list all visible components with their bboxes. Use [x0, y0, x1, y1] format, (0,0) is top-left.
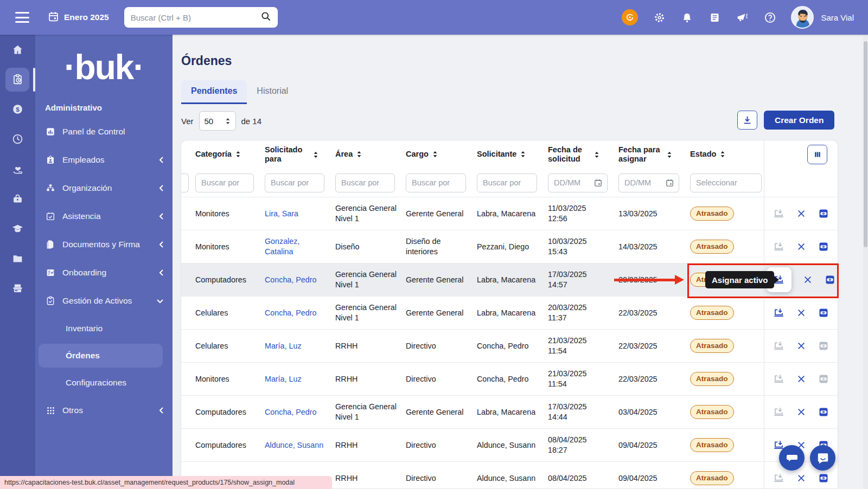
- view-order-button[interactable]: [818, 373, 829, 385]
- sidebar-item-documentos-y-firma[interactable]: Documentos y Firma: [35, 230, 173, 259]
- search-input[interactable]: [131, 13, 260, 22]
- col-estado[interactable]: Estado: [690, 150, 764, 159]
- filter-cargo-input[interactable]: [406, 173, 466, 192]
- cell-solicitado-para-link[interactable]: María, Luz: [265, 374, 335, 384]
- col-fecha-solicitud[interactable]: Fecha de solicitud: [548, 145, 618, 164]
- settings-gear-icon[interactable]: [653, 11, 666, 24]
- table-row[interactable]: Monitores María, Luz RRHH Directivo Conc…: [181, 362, 838, 395]
- col-cargo[interactable]: Cargo: [406, 150, 477, 159]
- rail-home-icon[interactable]: [0, 35, 35, 65]
- sort-icon[interactable]: [594, 151, 599, 158]
- rail-documents-icon[interactable]: [0, 243, 35, 273]
- rail-training-icon[interactable]: [0, 214, 35, 243]
- news-document-icon[interactable]: [708, 11, 721, 24]
- rail-remuneration-icon[interactable]: $: [0, 94, 35, 124]
- sort-icon[interactable]: [720, 151, 725, 158]
- filter-fecha-solicitud-date[interactable]: DD/MM: [548, 173, 608, 192]
- support-chat-fab[interactable]: [810, 445, 835, 471]
- table-row[interactable]: Computadores Concha, Pedro Gerencia Gene…: [181, 395, 838, 428]
- filter-solicitado-input[interactable]: [265, 173, 324, 192]
- user-avatar[interactable]: [791, 6, 814, 29]
- cancel-order-button[interactable]: [795, 307, 807, 319]
- global-search[interactable]: [124, 7, 278, 28]
- search-icon[interactable]: [260, 11, 271, 24]
- filter-estado-select[interactable]: Seleccionar: [690, 173, 762, 192]
- sort-icon[interactable]: [520, 151, 526, 158]
- table-row[interactable]: Celulares María, Luz RRHH Directivo Conc…: [181, 329, 838, 362]
- filter-categoria-input[interactable]: [195, 173, 254, 192]
- view-order-button[interactable]: [818, 307, 829, 319]
- scrollbar-thumb[interactable]: [864, 41, 867, 247]
- sort-icon[interactable]: [235, 151, 241, 158]
- col-solicitado-para[interactable]: Solicitado para: [265, 145, 335, 164]
- cancel-order-button[interactable]: [795, 241, 807, 253]
- assign-asset-button[interactable]: [773, 241, 785, 253]
- cell-solicitado-para-link[interactable]: Aldunce, Susann: [265, 440, 335, 451]
- chat-bubble-fab[interactable]: [779, 445, 805, 471]
- sort-icon[interactable]: [313, 151, 318, 158]
- clipped-filter-input[interactable]: [181, 173, 189, 192]
- table-row[interactable]: Computadores Aldunce, Susann RRHH Direct…: [181, 428, 838, 461]
- col-fecha-asignar[interactable]: Fecha para asignar: [618, 145, 690, 164]
- filter-solicitante-input[interactable]: [477, 173, 537, 192]
- view-order-button[interactable]: [824, 274, 836, 286]
- sidebar-item-asistencia[interactable]: Asistencia: [35, 202, 173, 230]
- announcements-megaphone-icon[interactable]: [736, 11, 749, 24]
- cancel-order-button[interactable]: [795, 472, 807, 484]
- assign-asset-button[interactable]: [773, 340, 785, 352]
- cancel-order-button[interactable]: [795, 208, 807, 220]
- assistant-badge-icon[interactable]: [622, 9, 638, 25]
- assign-asset-button[interactable]: [773, 472, 785, 484]
- col-solicitante[interactable]: Solicitante: [477, 150, 548, 159]
- view-order-button[interactable]: [818, 472, 829, 484]
- column-settings-button[interactable]: [807, 145, 827, 164]
- sort-icon[interactable]: [667, 151, 672, 158]
- view-order-button[interactable]: [818, 208, 829, 220]
- col-categoria[interactable]: Categoría: [195, 150, 265, 159]
- cell-solicitado-para-link[interactable]: Lira, Sara: [265, 209, 335, 219]
- tab-historial[interactable]: Historial: [247, 80, 298, 104]
- sort-icon[interactable]: [356, 151, 362, 158]
- view-order-button[interactable]: [818, 340, 829, 352]
- sidebar-item-organizacion[interactable]: Organización: [35, 174, 173, 202]
- cancel-order-button[interactable]: [795, 406, 807, 418]
- filter-area-input[interactable]: [335, 173, 395, 192]
- rail-benefits-icon[interactable]: [0, 154, 35, 184]
- page-scrollbar[interactable]: [863, 35, 868, 489]
- cell-solicitado-para-link[interactable]: María, Luz: [265, 341, 335, 351]
- rail-asset-management-icon[interactable]: [0, 65, 35, 94]
- per-page-select[interactable]: 50: [199, 111, 236, 131]
- assign-asset-button[interactable]: [773, 208, 785, 220]
- sort-icon[interactable]: [432, 151, 438, 158]
- cancel-order-button[interactable]: [802, 274, 814, 286]
- assign-asset-button[interactable]: [773, 307, 785, 319]
- sidebar-subitem-configuraciones[interactable]: Configuraciones: [35, 369, 173, 396]
- create-order-button[interactable]: Crear Orden: [764, 111, 834, 130]
- rail-time-icon[interactable]: [0, 124, 35, 154]
- download-button[interactable]: [737, 111, 757, 130]
- menu-toggle-icon[interactable]: [15, 12, 29, 23]
- help-icon[interactable]: [763, 11, 776, 24]
- table-row[interactable]: Monitores Gonzalez, Catalina Diseño Dise…: [181, 230, 838, 263]
- sidebar-subitem-ordenes[interactable]: Órdenes: [35, 342, 173, 369]
- assign-asset-button[interactable]: [773, 373, 785, 385]
- assign-asset-button[interactable]: [773, 406, 785, 418]
- cancel-order-button[interactable]: [795, 340, 807, 352]
- col-area[interactable]: Área: [335, 150, 406, 159]
- table-row[interactable]: Monitores Lira, Sara Gerencia General Ni…: [181, 197, 838, 230]
- sidebar-item-onboarding[interactable]: Onboarding: [35, 259, 173, 287]
- filter-fecha-asignar-date[interactable]: DD/MM: [618, 173, 679, 192]
- cell-solicitado-para-link[interactable]: Gonzalez, Catalina: [265, 236, 335, 257]
- sidebar-item-gestion-de-activos[interactable]: Gestión de Activos: [35, 287, 173, 315]
- cancel-order-button[interactable]: [795, 373, 807, 385]
- table-row[interactable]: Celulares Concha, Pedro Gerencia General…: [181, 296, 838, 329]
- period-selector[interactable]: Enero 2025: [48, 11, 109, 24]
- rail-culture-icon[interactable]: [0, 184, 35, 214]
- notifications-bell-icon[interactable]: [680, 11, 693, 24]
- cell-solicitado-para-link[interactable]: Concha, Pedro: [265, 308, 335, 318]
- cell-solicitado-para-link[interactable]: Concha, Pedro: [265, 407, 335, 417]
- tab-pendientes[interactable]: Pendientes: [181, 80, 247, 104]
- rail-reports-icon[interactable]: [0, 273, 35, 303]
- sidebar-item-empleados[interactable]: Empleados: [35, 146, 173, 174]
- view-order-button[interactable]: [818, 241, 829, 253]
